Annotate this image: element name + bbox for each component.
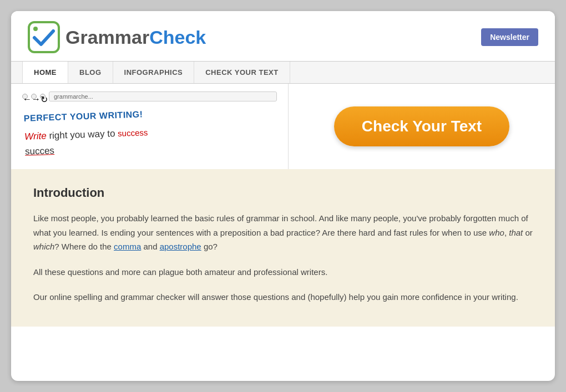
nav-item-home[interactable]: HOME [22, 62, 68, 83]
para1-italic1: who [489, 228, 504, 237]
hero-section: ← → ↻ grammarche... PERFECT YOUR WRITING… [11, 84, 555, 169]
nav-item-check-text[interactable]: CHECK YOUR TEXT [194, 62, 290, 83]
browser-back: ← [22, 94, 28, 99]
hero-sentence: Write right you way to success succes [24, 125, 149, 159]
logo-check: Check [149, 27, 206, 48]
page-container: GrammarCheck Newsletter HOME BLOG INFOGR… [11, 11, 555, 381]
content-para3: Our online spelling and grammar checker … [33, 290, 533, 304]
content-heading: Introduction [33, 186, 533, 200]
content-area: Introduction Like most people, you proba… [11, 169, 555, 327]
check-text-button[interactable]: Check Your Text [334, 106, 509, 146]
browser-forward: → [31, 94, 37, 99]
hero-succes-underline: succes [25, 145, 55, 157]
para1-italic2: that [509, 228, 523, 237]
hero-sentence-text: right you way to [46, 128, 118, 141]
nav-item-infographics[interactable]: INFOGRAPHICS [113, 62, 195, 83]
para1-italic3: which [33, 242, 54, 251]
hero-left: ← → ↻ grammarche... PERFECT YOUR WRITING… [11, 84, 289, 169]
apostrophe-link[interactable]: apostrophe [160, 242, 201, 251]
nav-item-blog[interactable]: BLOG [68, 62, 113, 83]
browser-refresh: ↻ [40, 94, 46, 99]
para1-and: and [141, 242, 159, 251]
para1-comma: , [504, 228, 509, 237]
para1-go: go? [201, 242, 218, 251]
para1-text1: Like most people, you probably learned t… [33, 213, 528, 237]
hero-write: Write [24, 131, 47, 142]
browser-bar: ← → ↻ grammarche... [22, 91, 277, 101]
hero-writing-area: PERFECT YOUR WRITING! Write right you wa… [21, 105, 151, 164]
newsletter-button[interactable]: Newsletter [481, 28, 538, 46]
browser-url: grammarche... [49, 91, 277, 101]
para1-or: or [523, 228, 533, 237]
hero-right: Check Your Text [289, 84, 555, 169]
hero-success: success [118, 128, 148, 138]
content-para2: All these questions and more can plague … [33, 265, 533, 279]
header: GrammarCheck Newsletter [11, 11, 555, 61]
logo-grammar: Grammar [65, 27, 149, 48]
content-para1: Like most people, you probably learned t… [33, 211, 533, 254]
comma-link[interactable]: comma [114, 242, 141, 251]
logo-area: GrammarCheck [28, 21, 206, 53]
nav: HOME BLOG INFOGRAPHICS CHECK YOUR TEXT [11, 61, 555, 84]
logo-icon [28, 21, 60, 53]
svg-point-1 [33, 27, 38, 31]
para1-end: ? Where do the [54, 242, 114, 251]
logo-text: GrammarCheck [65, 28, 206, 47]
hero-tagline: PERFECT YOUR WRITING! [24, 109, 148, 124]
